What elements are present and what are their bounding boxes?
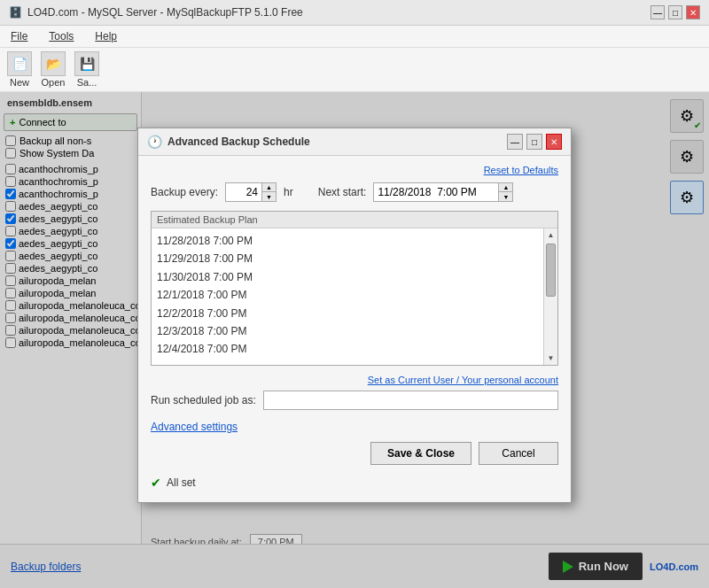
run-scheduled-row: Run scheduled job as:	[151, 391, 558, 410]
cancel-button[interactable]: Cancel	[479, 442, 558, 465]
advanced-backup-dialog: 🕐 Advanced Backup Schedule — □ ✕ Reset t…	[137, 128, 572, 503]
menu-tools[interactable]: Tools	[45, 28, 77, 44]
title-bar-controls: — □ ✕	[651, 5, 700, 19]
next-start-up-button[interactable]: ▲	[498, 183, 512, 192]
dialog-close-button[interactable]: ✕	[546, 134, 562, 150]
all-set-label: All set	[167, 476, 196, 489]
close-button[interactable]: ✕	[686, 5, 700, 19]
list-item: 12/3/2018 7:00 PM	[157, 322, 538, 340]
dialog-body: Reset to Defaults Backup every: ▲ ▼ hr N…	[138, 156, 571, 502]
next-start-down-button[interactable]: ▼	[498, 192, 512, 201]
app-icon: 🗄️	[9, 6, 22, 19]
backup-every-row: Backup every: ▲ ▼ hr Next start: ▲	[151, 182, 558, 202]
menu-bar: File Tools Help	[0, 26, 709, 48]
spinner-buttons: ▲ ▼	[261, 183, 276, 201]
list-item: 12/1/2018 7:00 PM	[157, 286, 538, 304]
save-button[interactable]: 💾 Sa...	[74, 51, 99, 88]
next-start-input[interactable]	[374, 184, 498, 200]
main-area: ensembldb.ensem + Connect to Backup all …	[0, 92, 709, 588]
next-start-field: ▲ ▼	[373, 182, 513, 202]
plan-header: Estimated Backup Plan	[152, 212, 557, 228]
title-bar: 🗄️ LO4D.com - MySQL Server - MySqlBackup…	[0, 0, 709, 26]
scrollbar-track	[544, 242, 557, 352]
reset-to-defaults-link[interactable]: Reset to Defaults	[151, 165, 558, 175]
current-user-link[interactable]: Set as Current User / Your personal acco…	[151, 375, 558, 385]
backup-every-label: Backup every:	[151, 186, 218, 198]
scroll-down-arrow[interactable]: ▼	[545, 352, 557, 365]
dialog-maximize-button[interactable]: □	[526, 134, 542, 150]
dialog-controls: — □ ✕	[507, 134, 562, 150]
save-close-button[interactable]: Save & Close	[370, 442, 471, 465]
list-item: 11/28/2018 7:00 PM	[157, 232, 538, 250]
list-item: 12/2/2018 7:00 PM	[157, 305, 538, 322]
menu-help[interactable]: Help	[91, 28, 121, 44]
plan-content: 11/28/2018 7:00 PM 11/29/2018 7:00 PM 11…	[152, 228, 557, 365]
spinner-up-button[interactable]: ▲	[261, 183, 276, 192]
plan-list-area: 11/28/2018 7:00 PM 11/29/2018 7:00 PM 11…	[152, 228, 543, 365]
toolbar: 📄 New 📂 Open 💾 Sa...	[0, 48, 709, 92]
modal-overlay: 🕐 Advanced Backup Schedule — □ ✕ Reset t…	[0, 92, 709, 588]
list-item: 11/30/2018 7:00 PM	[157, 268, 538, 286]
estimated-backup-plan-section: Estimated Backup Plan 11/28/2018 7:00 PM…	[151, 211, 558, 366]
minimize-button[interactable]: —	[651, 5, 665, 19]
dialog-title-bar: 🕐 Advanced Backup Schedule — □ ✕	[138, 128, 571, 156]
dialog-title: 🕐 Advanced Backup Schedule	[147, 135, 310, 149]
all-set-row: ✔ All set	[151, 472, 558, 493]
maximize-button[interactable]: □	[668, 5, 682, 19]
open-button[interactable]: 📂 Open	[41, 51, 66, 88]
backup-every-input[interactable]	[226, 184, 261, 200]
dialog-minimize-button[interactable]: —	[507, 134, 523, 150]
menu-file[interactable]: File	[7, 28, 31, 44]
spinner-down-button[interactable]: ▼	[261, 192, 276, 201]
save-icon: 💾	[74, 51, 99, 76]
list-item: 11/29/2018 7:00 PM	[157, 250, 538, 267]
advanced-settings-link[interactable]: Advanced settings	[151, 421, 558, 433]
window-title: LO4D.com - MySQL Server - MySqlBackupFTP…	[27, 6, 303, 19]
next-start-spinner-buttons: ▲ ▼	[498, 183, 512, 201]
plan-list[interactable]: 11/28/2018 7:00 PM 11/29/2018 7:00 PM 11…	[152, 228, 543, 362]
dialog-title-icon: 🕐	[147, 135, 162, 149]
run-scheduled-label: Run scheduled job as:	[151, 394, 256, 406]
list-item: 12/4/2018 7:00 PM	[157, 340, 538, 358]
backup-every-spinner: ▲ ▼	[225, 182, 277, 202]
plan-list-box: Estimated Backup Plan 11/28/2018 7:00 PM…	[151, 211, 558, 366]
next-start-label: Next start:	[318, 186, 367, 198]
check-icon: ✔	[151, 476, 161, 490]
dialog-buttons: Save & Close Cancel	[151, 442, 558, 465]
title-bar-left: 🗄️ LO4D.com - MySQL Server - MySqlBackup…	[9, 6, 303, 19]
new-icon: 📄	[7, 51, 32, 76]
plan-scrollbar[interactable]: ▲ ▼	[543, 228, 557, 365]
new-button[interactable]: 📄 New	[7, 51, 32, 88]
scrollbar-thumb[interactable]	[546, 244, 556, 297]
scroll-up-arrow[interactable]: ▲	[545, 228, 557, 242]
open-icon: 📂	[41, 51, 66, 76]
hr-label: hr	[284, 186, 293, 198]
run-scheduled-input[interactable]	[263, 391, 558, 410]
